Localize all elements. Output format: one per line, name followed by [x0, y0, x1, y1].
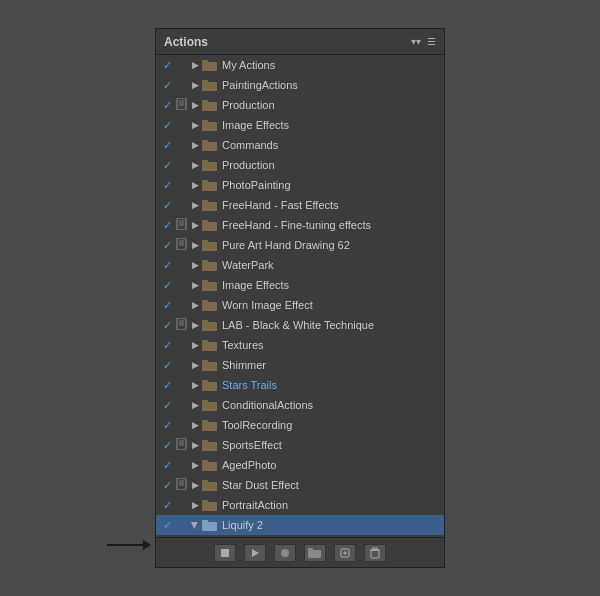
list-item[interactable]: ✓▶SportsEffect [156, 435, 444, 455]
list-item[interactable]: ✓▶Image Effects [156, 275, 444, 295]
expand-button[interactable]: ▶ [188, 160, 202, 170]
expand-button[interactable]: ▶ [188, 180, 202, 190]
check-mark: ✓ [160, 319, 174, 332]
menu-icon[interactable]: ☰ [427, 37, 436, 47]
folder-icon [202, 379, 218, 391]
action-name: Production [222, 159, 275, 171]
expand-button[interactable]: ▶ [188, 300, 202, 310]
action-name: LAB - Black & White Technique [222, 319, 374, 331]
page-icon [174, 318, 188, 332]
folder-icon [202, 319, 218, 331]
expand-button[interactable]: ▶ [188, 120, 202, 130]
record-button[interactable] [274, 544, 296, 562]
svg-rect-59 [202, 440, 208, 444]
svg-rect-17 [202, 180, 208, 184]
expand-button[interactable]: ▶ [188, 320, 202, 330]
action-name: Stars Trails [222, 379, 277, 391]
expand-button[interactable]: ▶ [190, 518, 200, 532]
new-folder-button[interactable] [304, 544, 326, 562]
list-item[interactable]: ✓▶Pure Art Hand Drawing 62 [156, 235, 444, 255]
svg-rect-9 [202, 100, 208, 104]
list-item[interactable]: ✓▶WaterPark [156, 255, 444, 275]
expand-button[interactable]: ▶ [188, 240, 202, 250]
check-mark: ✓ [160, 499, 174, 512]
play-button[interactable] [244, 544, 266, 562]
list-item[interactable]: ✓▶PhotoPainting [156, 175, 444, 195]
stop-button[interactable] [214, 544, 236, 562]
list-item[interactable]: ✓▶PaintingActions [156, 75, 444, 95]
actions-list[interactable]: ✓▶My Actions✓▶PaintingActions✓▶Productio… [156, 55, 444, 537]
action-name: Image Effects [222, 119, 289, 131]
check-mark: ✓ [160, 179, 174, 192]
svg-rect-71 [202, 520, 208, 524]
expand-button[interactable]: ▶ [188, 280, 202, 290]
folder-icon [202, 299, 218, 311]
new-action-button[interactable] [334, 544, 356, 562]
list-item[interactable]: ✓▶FreeHand - Fast Effects [156, 195, 444, 215]
list-item[interactable]: ✓▶Shimmer [156, 355, 444, 375]
expand-button[interactable]: ▶ [188, 420, 202, 430]
action-name: Production [222, 99, 275, 111]
check-mark: ✓ [160, 359, 174, 372]
expand-button[interactable]: ▶ [188, 200, 202, 210]
action-name: FreeHand - Fast Effects [222, 199, 339, 211]
action-name: Textures [222, 339, 264, 351]
check-mark: ✓ [160, 79, 174, 92]
expand-button[interactable]: ▶ [188, 100, 202, 110]
list-item[interactable]: ✓▶Production [156, 95, 444, 115]
expand-button[interactable]: ▶ [188, 460, 202, 470]
list-item[interactable]: ✓▶Star Dust Effect [156, 475, 444, 495]
list-item[interactable]: ✓▶Stars Trails [156, 375, 444, 395]
action-name: PaintingActions [222, 79, 298, 91]
expand-button[interactable]: ▶ [188, 480, 202, 490]
delete-button[interactable] [364, 544, 386, 562]
action-name: FreeHand - Fine-tuning effects [222, 219, 371, 231]
list-item[interactable]: ✓▶Textures [156, 335, 444, 355]
expand-button[interactable]: ▶ [188, 380, 202, 390]
list-item[interactable]: ✓▶ToolRecording [156, 415, 444, 435]
check-mark: ✓ [160, 219, 174, 232]
expand-button[interactable]: ▶ [188, 220, 202, 230]
folder-icon [202, 59, 218, 71]
expand-button[interactable]: ▶ [188, 340, 202, 350]
list-item[interactable]: ✓▶Production [156, 155, 444, 175]
expand-button[interactable]: ▶ [188, 500, 202, 510]
action-name: Commands [222, 139, 278, 151]
expand-button[interactable]: ▶ [188, 140, 202, 150]
action-name: Pure Art Hand Drawing 62 [222, 239, 350, 251]
list-item[interactable]: ✓▶AgedPhoto [156, 455, 444, 475]
list-item[interactable]: ✓▶PortraitAction [156, 495, 444, 515]
folder-icon [202, 79, 218, 91]
expand-button[interactable]: ▶ [188, 360, 202, 370]
svg-rect-20 [177, 218, 186, 230]
list-item[interactable]: ✓▶Liquify 2 [156, 515, 444, 535]
svg-rect-4 [177, 98, 186, 110]
folder-icon [202, 219, 218, 231]
collapse-icon[interactable]: ▾▾ [411, 37, 421, 47]
expand-button[interactable]: ▶ [188, 80, 202, 90]
list-item[interactable]: ✓▶Worn Image Effect [156, 295, 444, 315]
expand-button[interactable]: ▶ [188, 60, 202, 70]
expand-button[interactable]: ▶ [188, 260, 202, 270]
folder-icon [202, 159, 218, 171]
svg-rect-69 [202, 500, 208, 504]
check-mark: ✓ [160, 119, 174, 132]
action-name: ConditionalActions [222, 399, 313, 411]
svg-rect-76 [308, 548, 313, 552]
svg-rect-13 [202, 140, 208, 144]
svg-rect-80 [371, 550, 379, 558]
action-name: PhotoPainting [222, 179, 291, 191]
folder-icon [202, 279, 218, 291]
expand-button[interactable]: ▶ [188, 400, 202, 410]
check-mark: ✓ [160, 299, 174, 312]
check-mark: ✓ [160, 519, 174, 532]
expand-button[interactable]: ▶ [188, 440, 202, 450]
svg-rect-37 [202, 300, 208, 304]
list-item[interactable]: ✓▶My Actions [156, 55, 444, 75]
list-item[interactable]: ✓▶LAB - Black & White Technique [156, 315, 444, 335]
list-item[interactable]: ✓▶FreeHand - Fine-tuning effects [156, 215, 444, 235]
svg-rect-49 [202, 380, 208, 384]
list-item[interactable]: ✓▶Commands [156, 135, 444, 155]
list-item[interactable]: ✓▶ConditionalActions [156, 395, 444, 415]
list-item[interactable]: ✓▶Image Effects [156, 115, 444, 135]
